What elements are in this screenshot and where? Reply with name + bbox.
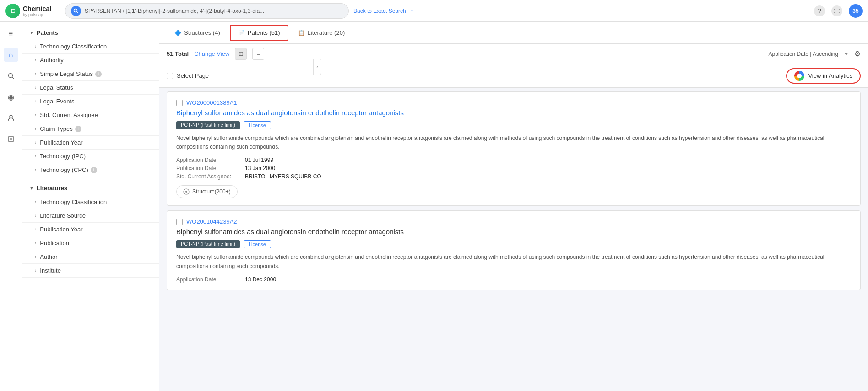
logo-title: Chemical — [23, 5, 51, 12]
chevron-icon: › — [35, 254, 36, 259]
patents-section: ▼ Patents › Technology Classification › … — [22, 26, 159, 177]
change-view-button[interactable]: Change View — [194, 50, 229, 57]
patent-meta-2: Application Date: 13 Dec 2000 — [176, 276, 851, 283]
svg-rect-5 — [9, 136, 13, 142]
patent-desc-2: Novel biphenyl sulfonamide compounds whi… — [176, 253, 851, 270]
tag-license-2[interactable]: License — [244, 240, 271, 248]
pub-date-value-1: 13 Jan 2000 — [245, 165, 851, 171]
select-page-label: Select Page — [177, 72, 209, 79]
tab-literature[interactable]: 📋 Literature (20) — [290, 25, 353, 41]
select-page-checkbox[interactable] — [167, 73, 173, 79]
sidebar-item-label: Simple Legal Status — [40, 70, 93, 77]
tab-structures[interactable]: 🔷 Structures (4) — [167, 25, 228, 41]
patents-section-header[interactable]: ▼ Patents — [22, 26, 159, 40]
back-to-exact-search-link[interactable]: Back to Exact Search — [353, 8, 406, 14]
sidebar-item-publication[interactable]: › Publication — [22, 236, 159, 250]
search-bar[interactable]: SPARSENTAN / [1,1'-Biphenyl]-2-sulfonami… — [65, 3, 349, 19]
sidebar-item-label: Author — [40, 253, 57, 260]
sort-arrow-icon[interactable]: ▼ — [844, 51, 849, 57]
total-label: 51 Total — [167, 50, 189, 57]
sidebar-item-technology-ipc[interactable]: › Technology (IPC) — [22, 150, 159, 163]
help-icon[interactable]: ? — [814, 5, 825, 16]
chevron-icon: › — [35, 99, 36, 104]
literatures-section-header[interactable]: ▼ Literatures — [22, 181, 159, 195]
info-icon[interactable]: i — [75, 126, 81, 132]
sidebar-item-technology-cpc[interactable]: › Technology (CPC) i — [22, 163, 159, 177]
sidebar-item-claim-types[interactable]: › Claim Types i — [22, 122, 159, 136]
sidebar-item-label: Authority — [40, 57, 63, 64]
logo-icon: C — [5, 4, 20, 18]
nav-docs-icon[interactable] — [4, 132, 18, 146]
info-icon[interactable]: i — [95, 71, 102, 77]
patent-title-2[interactable]: Biphenyl sulfonamides as dual angiotensi… — [176, 228, 851, 236]
patent-id-1[interactable]: WO2000001389A1 — [176, 99, 851, 106]
tab-bar: 🔷 Structures (4) 📄 Patents (51) 📋 Litera… — [159, 22, 868, 44]
svg-point-2 — [8, 74, 12, 78]
grid-view-button[interactable]: ⊞ — [235, 48, 247, 60]
analytics-icon — [794, 71, 804, 81]
svg-point-4 — [10, 115, 12, 118]
structure-button-1[interactable]: Structure(200+) — [176, 185, 238, 198]
left-nav: ≡ ⌂ ◉ — [0, 22, 22, 391]
sidebar-item-literature-source[interactable]: › Literature Source — [22, 209, 159, 223]
content-area: 🔷 Structures (4) 📄 Patents (51) 📋 Litera… — [159, 22, 868, 391]
assignee-value-1: BRISTOL MYERS SQUIBB CO — [245, 173, 851, 180]
patent-title-1[interactable]: Biphenyl sulfonamides as dual angiotensi… — [176, 109, 851, 117]
sidebar-collapse-button[interactable]: ‹ — [313, 59, 321, 75]
sidebar-item-label: Std. Current Assignee — [40, 112, 98, 118]
nav-user-icon[interactable] — [4, 111, 18, 125]
select-page-control[interactable]: Select Page — [167, 72, 209, 79]
avatar[interactable]: 35 — [849, 4, 863, 18]
nav-analytics-icon[interactable]: ◉ — [4, 90, 18, 104]
sidebar-item-lit-tech-classification[interactable]: › Technology Classification — [22, 195, 159, 209]
sidebar-item-authority[interactable]: › Authority — [22, 54, 159, 67]
sidebar-item-simple-legal-status[interactable]: › Simple Legal Status i — [22, 67, 159, 81]
sidebar-item-tech-classification[interactable]: › Technology Classification — [22, 40, 159, 54]
literatures-section-label: Literatures — [37, 185, 67, 192]
logo: C Chemical by patsnap — [5, 4, 60, 18]
sidebar-item-label: Technology Classification — [40, 198, 107, 205]
chevron-icon: › — [35, 85, 36, 90]
sidebar-item-label: Technology (CPC) — [40, 166, 88, 173]
patent-checkbox-2[interactable] — [176, 219, 183, 225]
nav-menu-icon[interactable]: ≡ — [4, 27, 18, 41]
patent-tags-2: PCT-NP (Past time limit) License — [176, 240, 851, 248]
analytics-btn-label: View in Analytics — [808, 72, 852, 79]
sidebar-item-legal-status[interactable]: › Legal Status — [22, 81, 159, 95]
lit-chevron-icon: ▼ — [29, 186, 34, 191]
structures-tab-icon: 🔷 — [174, 30, 181, 36]
settings-icon[interactable]: ⚙ — [854, 49, 861, 58]
patent-id-text-2: WO2001044239A2 — [186, 218, 237, 225]
tab-patents[interactable]: 📄 Patents (51) — [230, 25, 288, 41]
patent-checkbox-1[interactable] — [176, 100, 183, 106]
nav-search-icon[interactable] — [4, 69, 18, 83]
svg-point-9 — [185, 191, 187, 193]
sidebar-item-publication-year[interactable]: › Publication Year — [22, 136, 159, 150]
list-view-button[interactable]: ≡ — [252, 48, 264, 60]
patent-id-2[interactable]: WO2001044239A2 — [176, 218, 851, 225]
nav-home-icon[interactable]: ⌂ — [4, 48, 18, 62]
chevron-icon: › — [35, 44, 36, 49]
sidebar-item-label: Literature Source — [40, 212, 86, 219]
patent-desc-1: Novel biphenyl sulfonamide compounds whi… — [176, 134, 851, 151]
sidebar-item-std-current-assignee[interactable]: › Std. Current Assignee — [22, 108, 159, 122]
chevron-icon: › — [35, 167, 36, 172]
chevron-icon: › — [35, 154, 36, 159]
patents-chevron-icon: ▼ — [29, 30, 34, 35]
sidebar-item-institute[interactable]: › Institute — [22, 264, 159, 278]
sidebar-item-label: Publication Year — [40, 139, 82, 146]
sidebar-item-author[interactable]: › Author — [22, 250, 159, 264]
patent-meta-1: Application Date: 01 Jul 1999 Publicatio… — [176, 157, 851, 180]
tab-structures-label: Structures (4) — [184, 29, 220, 36]
tag-license-1[interactable]: License — [244, 121, 271, 129]
apps-icon[interactable]: ⋮⋮ — [831, 5, 842, 16]
patent-id-text-1: WO2000001389A1 — [186, 99, 237, 106]
info-icon[interactable]: i — [91, 167, 97, 173]
chevron-icon: › — [35, 71, 36, 76]
assignee-label-1: Std. Current Assignee: — [176, 173, 245, 180]
sidebar-item-legal-events[interactable]: › Legal Events — [22, 95, 159, 108]
patents-section-label: Patents — [37, 29, 58, 36]
sidebar-item-lit-publication-year[interactable]: › Publication Year — [22, 223, 159, 236]
view-in-analytics-button[interactable]: View in Analytics — [786, 68, 861, 84]
svg-point-0 — [74, 9, 77, 12]
